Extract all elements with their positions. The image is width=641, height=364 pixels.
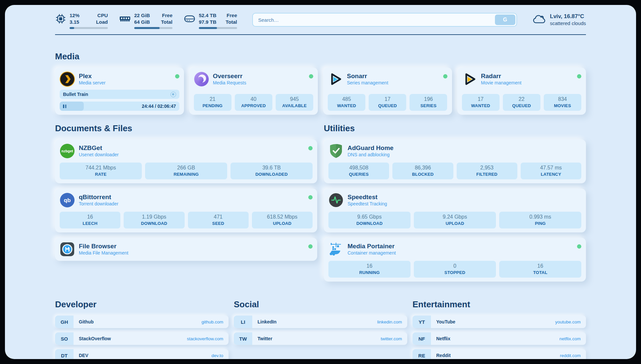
link-badge: TW	[234, 332, 252, 345]
weather-widget[interactable]: Lviv, 16.87°C scattered clouds	[532, 13, 586, 26]
pause-icon	[63, 105, 66, 108]
stat-box: 17WANTED	[462, 94, 500, 111]
ram-icon	[119, 13, 131, 24]
service-subtitle: Series management	[347, 80, 388, 86]
service-name: Sonarr	[347, 72, 388, 80]
card-qbittorrent[interactable]: qb qBittorrent Torrent downloader 16LEEC…	[55, 189, 317, 232]
link-badge: NF	[412, 332, 431, 345]
stat-box: 0STOPPED	[414, 261, 496, 278]
dashboard-panel: 12%3.15 CPULoad 22 GiB64 GiB FreeTotal	[5, 5, 636, 359]
section-title-social: Social	[234, 299, 407, 310]
link-dev[interactable]: DT DEV dev.to	[55, 349, 229, 359]
link-linkedin[interactable]: LI LinkedIn linkedin.com	[234, 316, 407, 328]
cpu-progress	[70, 27, 108, 29]
card-radarr[interactable]: Radarr Movie management 17WANTED 22QUEUE…	[457, 68, 586, 115]
link-badge: RE	[412, 349, 431, 359]
filebrowser-icon	[60, 242, 75, 257]
system-stats: 12%3.15 CPULoad 22 GiB64 GiB FreeTotal	[55, 12, 237, 29]
service-subtitle: Usenet downloader	[79, 152, 119, 158]
link-github[interactable]: GH Github github.com	[55, 316, 229, 328]
disk-labels: FreeTotal	[226, 12, 237, 25]
section-title-entertainment: Entertainment	[412, 299, 586, 310]
memory-values: 22 GiB64 GiB	[134, 12, 150, 25]
nzbget-icon: nzbget	[60, 143, 75, 159]
stat-box: 471SEED	[188, 212, 249, 228]
service-subtitle: Speedtest Tracking	[348, 201, 387, 207]
search-go-button[interactable]: G	[495, 15, 515, 25]
section-title-developer: Developer	[55, 299, 229, 310]
plex-icon	[60, 72, 75, 87]
service-name: AdGuard Home	[348, 144, 393, 152]
card-sonarr[interactable]: Sonarr Series management 485WANTED 17QUE…	[323, 68, 452, 115]
card-nzbget[interactable]: nzbget NZBGet Usenet downloader 744.21 M…	[55, 139, 317, 183]
disk-icon	[184, 13, 196, 24]
link-youtube[interactable]: YT YouTube youtube.com	[412, 316, 586, 328]
card-portainer[interactable]: Media Portainer Container management 16R…	[324, 238, 586, 282]
service-subtitle: Media Requests	[213, 80, 246, 86]
section-title-documents: Documents & Files	[55, 123, 317, 134]
status-dot	[443, 74, 447, 78]
overseerr-icon	[194, 72, 209, 87]
section-title-utilities: Utilities	[324, 123, 586, 134]
stat-box: 834MOVIES	[544, 94, 581, 111]
stat-box: 0.993 msPING	[499, 212, 581, 228]
link-twitter[interactable]: TW Twitter twitter.com	[234, 332, 407, 345]
card-plex[interactable]: Plex Media server Bullet Train 24:44 / 0…	[55, 68, 184, 115]
cpu-icon	[55, 13, 66, 24]
section-documents: Documents & Files nzbget NZBGet Usenet d…	[55, 123, 317, 282]
section-social: Social LI LinkedIn linkedin.com TW Twitt…	[234, 299, 407, 349]
card-filebrowser[interactable]: File Browser Media File Management	[55, 238, 317, 261]
disk-values: 52.4 TB97.9 TB	[199, 12, 216, 25]
header-divider	[55, 34, 586, 35]
service-subtitle: DNS and adblocking	[348, 152, 393, 158]
stream-title: Bullet Train	[63, 92, 88, 97]
stat-box: 16RUNNING	[328, 261, 411, 278]
speedtest-icon	[328, 193, 344, 208]
stat-box: 16TOTAL	[499, 261, 581, 278]
status-dot	[308, 244, 313, 249]
weather-condition: scattered clouds	[550, 20, 586, 26]
stat-box: 39.6 TBDOWNLOADED	[230, 163, 313, 179]
section-entertainment: Entertainment YT YouTube youtube.com NF …	[412, 299, 586, 359]
status-dot	[577, 74, 581, 78]
stat-box: 618.52 MbpsUPLOAD	[252, 212, 313, 228]
disk-progress	[199, 27, 237, 29]
plex-now-playing: Bullet Train	[60, 90, 179, 99]
stat-box: 498,508QUERIES	[328, 163, 389, 179]
sonarr-icon	[328, 72, 343, 87]
stat-box: 9.65 GbpsDOWNLOAD	[328, 212, 411, 228]
status-dot	[308, 195, 313, 199]
stat-box: 266 GBREMAINING	[145, 163, 227, 179]
stat-box: 945AVAILABLE	[276, 94, 313, 111]
card-speedtest[interactable]: Speedtest Speedtest Tracking 9.65 GbpsDO…	[324, 189, 586, 232]
status-dot	[175, 74, 179, 78]
portainer-icon	[328, 242, 344, 257]
stat-box: 21PENDING	[194, 94, 231, 111]
stat-box: 16LEECH	[60, 212, 120, 228]
service-subtitle: Media File Management	[79, 250, 128, 256]
section-title-media: Media	[55, 51, 586, 62]
search-input[interactable]	[252, 13, 517, 27]
plex-progress-bar: 24:44 / 02:06:47	[60, 102, 179, 111]
stat-box: 2,953FILTERED	[457, 163, 517, 179]
link-stackoverflow[interactable]: SO StackOverflow stackoverflow.com	[55, 332, 229, 345]
stop-icon[interactable]	[170, 92, 176, 97]
disk-stat: 52.4 TB97.9 TB FreeTotal	[184, 12, 237, 29]
memory-labels: FreeTotal	[161, 12, 172, 25]
link-reddit[interactable]: RE Reddit reddit.com	[412, 349, 586, 359]
qbittorrent-icon: qb	[60, 193, 75, 208]
stat-box: 47.57 msLATENCY	[521, 163, 581, 179]
status-dot	[308, 146, 313, 150]
stat-box: 744.21 MbpsRATE	[60, 163, 142, 179]
cpu-stat: 12%3.15 CPULoad	[55, 12, 108, 29]
stat-box: 1.19 GbpsDOWNLOAD	[124, 212, 184, 228]
service-subtitle: Movie management	[481, 80, 522, 86]
header: 12%3.15 CPULoad 22 GiB64 GiB FreeTotal	[55, 12, 586, 29]
card-overseerr[interactable]: Overseerr Media Requests 21PENDING 40APP…	[189, 68, 318, 115]
link-netflix[interactable]: NF Netflix netflix.com	[412, 332, 586, 345]
weather-location: Lviv, 16.87°C	[550, 13, 586, 20]
link-badge: YT	[412, 316, 431, 328]
card-adguard[interactable]: AdGuard Home DNS and adblocking 498,508Q…	[324, 139, 586, 183]
svg-text:qb: qb	[64, 197, 71, 203]
service-name: Speedtest	[348, 193, 387, 201]
